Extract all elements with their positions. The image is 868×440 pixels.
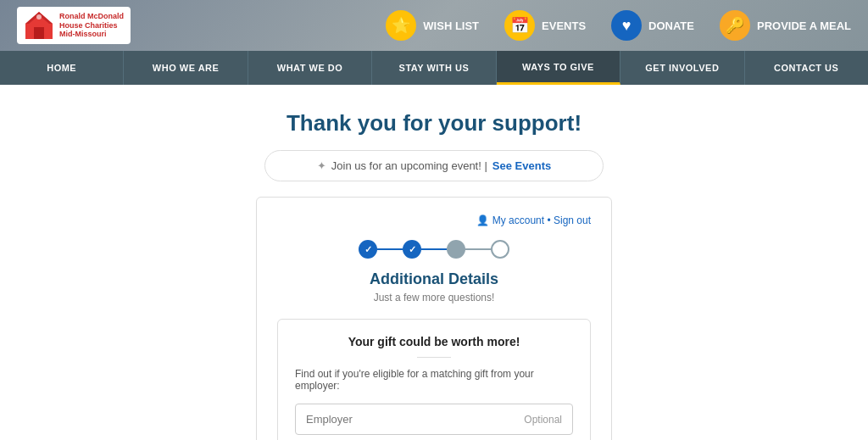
sidebar-item-who-we-are[interactable]: WHO WE ARE (124, 51, 248, 85)
nav-contact-label: CONTACT US (774, 63, 838, 73)
employer-optional-label: Optional (524, 414, 562, 426)
step-subtitle: Just a few more questions! (277, 292, 591, 304)
events-icon: 📅 (504, 10, 535, 41)
main-nav: HOME WHO WE ARE WHAT WE DO STAY WITH US … (0, 51, 868, 85)
provide-meal-label: PROVIDE A MEAL (757, 19, 851, 32)
top-bar: Ronald McDonald House Charities Mid-Miss… (0, 0, 868, 51)
logo-line2: House Charities (59, 21, 124, 31)
step-4 (491, 240, 509, 259)
logo-svg (24, 10, 54, 41)
sidebar-item-ways-to-give[interactable]: WAYS TO GIVE (497, 51, 620, 85)
event-banner-text: Join us for an upcoming event! | (331, 159, 487, 172)
event-sparkle-icon: ✦ (317, 159, 326, 172)
account-link[interactable]: My account • Sign out (492, 214, 591, 226)
nav-get-label: GET INVOLVED (645, 63, 719, 73)
thank-you-title: Thank you for your support! (287, 110, 581, 136)
logo-area[interactable]: Ronald McDonald House Charities Mid-Miss… (17, 7, 131, 44)
sidebar-item-home[interactable]: HOME (0, 51, 124, 85)
gift-box-divider (417, 357, 451, 358)
logo-text: Ronald McDonald House Charities Mid-Miss… (59, 12, 124, 39)
nav-ways-label: WAYS TO GIVE (522, 62, 594, 72)
nav-what-label: WHAT WE DO (277, 63, 343, 73)
events-label: EVENTS (542, 19, 586, 32)
form-card-header: 👤 My account • Sign out (277, 214, 591, 226)
step-3 (447, 240, 465, 259)
step-1: ✓ (359, 240, 377, 259)
nav-stay-label: STAY WITH US (399, 63, 470, 73)
top-nav-items: ⭐ WISH LIST 📅 EVENTS ♥ DONATE 🔑 PROVIDE … (386, 10, 851, 41)
top-nav-provide-meal[interactable]: 🔑 PROVIDE A MEAL (720, 10, 851, 41)
sidebar-item-what-we-do[interactable]: WHAT WE DO (248, 51, 372, 85)
nav-who-label: WHO WE ARE (153, 63, 220, 73)
step-line-2 (421, 248, 447, 250)
logo-line3: Mid-Missouri (59, 30, 124, 39)
svg-rect-1 (34, 27, 44, 39)
see-events-link[interactable]: See Events (492, 159, 551, 172)
main-content: Thank you for your support! ✦ Join us fo… (0, 85, 868, 440)
sidebar-item-get-involved[interactable]: GET INVOLVED (620, 51, 744, 85)
svg-point-3 (36, 14, 42, 19)
form-card: 👤 My account • Sign out ✓ ✓ Additional D… (256, 197, 612, 440)
step-title: Additional Details (277, 270, 591, 288)
logo-line1: Ronald McDonald (59, 12, 124, 21)
progress-steps: ✓ ✓ (277, 240, 591, 259)
employer-input[interactable] (306, 413, 524, 426)
donate-label: DONATE (648, 19, 694, 32)
top-nav-wish-list[interactable]: ⭐ WISH LIST (386, 10, 479, 41)
gift-box-title: Your gift could be worth more! (295, 335, 573, 348)
sidebar-item-stay-with-us[interactable]: STAY WITH US (372, 51, 496, 85)
step-2: ✓ (403, 240, 421, 259)
wish-list-label: WISH LIST (423, 19, 479, 32)
nav-home-label: HOME (47, 63, 76, 73)
gift-box-description: Find out if you're eligible for a matchi… (295, 368, 573, 392)
donate-icon: ♥ (611, 10, 642, 41)
provide-meal-icon: 🔑 (720, 10, 750, 41)
top-nav-events[interactable]: 📅 EVENTS (504, 10, 586, 41)
gift-box: Your gift could be worth more! Find out … (277, 319, 591, 440)
logo-icon (24, 10, 54, 41)
sidebar-item-contact-us[interactable]: CONTACT US (745, 51, 868, 85)
top-nav-donate[interactable]: ♥ DONATE (611, 10, 694, 41)
employer-input-wrap: Optional (295, 404, 573, 435)
event-banner: ✦ Join us for an upcoming event! | See E… (264, 150, 604, 181)
step-line-3 (465, 248, 491, 250)
account-icon: 👤 (476, 214, 489, 226)
wish-list-icon: ⭐ (386, 10, 416, 41)
step-line-1 (377, 248, 403, 250)
